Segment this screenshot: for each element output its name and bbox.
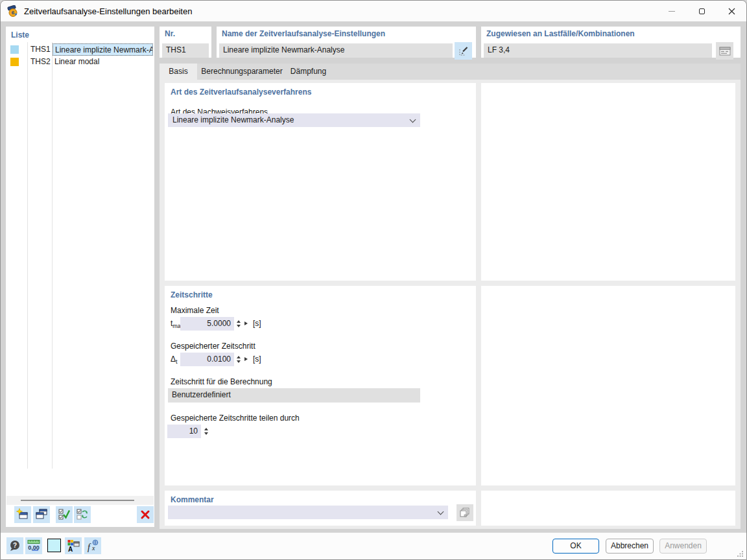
item-color-swatch	[10, 45, 19, 54]
nr-panel: Nr. THS1	[160, 27, 211, 58]
calc-step-field: Benutzerdefiniert	[168, 388, 420, 402]
invert-selection-button[interactable]	[74, 506, 91, 523]
svg-text:x: x	[91, 544, 95, 552]
close-button[interactable]	[717, 1, 746, 21]
formula-button[interactable]: f x	[84, 537, 101, 554]
name-panel: Name der Zeitverlaufsanalyse-Einstellung…	[217, 27, 476, 58]
saved-step-detail-arrow[interactable]	[244, 357, 248, 361]
help-button[interactable]: ?	[6, 537, 23, 554]
max-time-spinner[interactable]	[235, 317, 241, 331]
list-item-ths2[interactable]: THS2 Linear modal	[6, 56, 154, 68]
window-title: Zeitverlaufsanalyse-Einstellungen bearbe…	[24, 6, 192, 16]
copy-pages-icon	[459, 507, 471, 519]
chevron-down-icon	[438, 509, 444, 515]
form-icon	[719, 47, 731, 56]
timesteps-section: Zeitschritte Maximale Zeit tmax 5.0000 […	[165, 286, 476, 485]
max-time-label: Maximale Zeit	[171, 306, 219, 315]
comment-combobox[interactable]	[168, 506, 448, 519]
tabstrip: Basis Berechnungsparameter Dämpfung	[160, 64, 741, 80]
timesteps-section-title: Zeitschritte	[171, 290, 213, 299]
column-separator	[27, 42, 28, 469]
tab-content-basis: Art des Zeitverlaufsanalyseverfahrens Ar…	[160, 80, 741, 529]
method-section-title: Art des Zeitverlaufsanalyseverfahrens	[171, 88, 311, 97]
comment-copy-button[interactable]	[456, 504, 473, 521]
method-dropdown[interactable]: Lineare implizite Newmark-Analyse	[168, 113, 420, 127]
select-all-icon	[58, 508, 71, 521]
saved-step-unit: [s]	[253, 355, 261, 364]
tab-daempfung[interactable]: Dämpfung	[287, 64, 330, 80]
divide-label: Gespeicherte Zeitschritte teilen durch	[171, 414, 300, 423]
apply-button[interactable]: Anwenden	[659, 539, 707, 554]
saved-step-spinner[interactable]	[235, 353, 241, 366]
maximize-icon	[699, 8, 705, 14]
copy-icon	[35, 508, 48, 521]
max-time-detail-arrow[interactable]	[244, 321, 248, 325]
method-dropdown-value: Lineare implizite Newmark-Analyse	[172, 115, 294, 124]
fx-icon: f x	[86, 539, 99, 552]
display-properties-button[interactable]: A	[65, 537, 82, 554]
units-settings-button[interactable]: 0,00	[25, 537, 42, 554]
maximize-button[interactable]	[687, 1, 717, 21]
max-time-unit: [s]	[253, 319, 261, 328]
color-swatch-button[interactable]	[47, 539, 61, 552]
dialog-window: 6 Zeitverlaufsanalyse-Einstellungen bear…	[0, 0, 747, 560]
list-item-ths1[interactable]: THS1 Lineare implizite Newmark-Analyse	[6, 43, 154, 56]
edit-name-button[interactable]	[455, 42, 472, 60]
saved-step-label: Gespeicherter Zeitschritt	[171, 342, 255, 351]
scrollbar-thumb[interactable]	[21, 500, 134, 501]
divide-input[interactable]: 10	[167, 425, 201, 438]
nr-field: THS1	[162, 43, 209, 58]
list-panel: Liste THS1 Lineare implizite Newmark-Ana…	[6, 27, 154, 527]
tab-berechnungsparameter[interactable]: Berechnungsparameter	[197, 64, 287, 80]
app-icon: 6	[7, 5, 19, 17]
bottom-bar: ? 0,00 A	[1, 532, 746, 559]
list-header: Liste	[11, 30, 29, 40]
calc-step-label: Zeitschritt für die Berechnung	[171, 377, 272, 386]
cancel-button[interactable]: Abbrechen	[606, 539, 654, 554]
new-icon	[16, 508, 29, 521]
display-properties-icon: A	[67, 539, 80, 552]
svg-text:f: f	[88, 542, 91, 552]
minimize-icon	[669, 11, 675, 12]
nr-label: Nr.	[165, 29, 175, 38]
horizontal-scrollbar[interactable]	[6, 496, 154, 505]
minimize-button[interactable]	[657, 1, 687, 21]
name-field: Lineare implizite Newmark-Analyse	[219, 43, 453, 58]
saved-step-input[interactable]: 0.0100	[180, 353, 234, 366]
delete-icon	[140, 509, 150, 520]
units-icon: 0,00	[27, 539, 40, 552]
resize-grip[interactable]	[737, 550, 744, 557]
comment-section-title: Kommentar	[171, 495, 214, 504]
empty-panel-bottom	[481, 491, 735, 526]
max-time-input[interactable]: 5.0000	[180, 317, 234, 331]
item-id: THS1	[30, 45, 51, 54]
svg-text:?: ?	[13, 542, 17, 549]
svg-text:A: A	[68, 546, 73, 553]
ok-button[interactable]: OK	[552, 539, 599, 554]
list-toolbar	[6, 506, 154, 526]
copy-item-button[interactable]	[33, 506, 50, 523]
item-name: Linear modal	[53, 56, 153, 68]
name-label: Name der Zeitverlaufsanalyse-Einstellung…	[222, 29, 385, 38]
delete-item-button[interactable]	[137, 506, 154, 523]
assigned-field: LF 3,4	[484, 43, 712, 58]
chevron-down-icon	[410, 117, 416, 123]
divide-spinner[interactable]	[203, 425, 209, 438]
item-name: Lineare implizite Newmark-Analyse	[53, 43, 153, 56]
comment-section: Kommentar	[165, 491, 476, 526]
column-separator	[52, 42, 53, 469]
svg-text:6: 6	[12, 10, 15, 16]
new-item-button[interactable]	[14, 506, 31, 523]
invert-selection-icon	[76, 508, 89, 521]
close-icon	[728, 8, 735, 15]
method-section: Art des Zeitverlaufsanalyseverfahrens Ar…	[165, 83, 476, 281]
empty-panel-middle	[481, 286, 735, 485]
item-id: THS2	[30, 57, 51, 66]
svg-text:0,00: 0,00	[28, 544, 40, 551]
select-all-button[interactable]	[56, 506, 73, 523]
tab-basis[interactable]: Basis	[160, 64, 197, 80]
settings-list: THS1 Lineare implizite Newmark-Analyse T…	[6, 42, 154, 469]
assigned-select-button[interactable]	[716, 42, 733, 60]
assigned-label: Zugewiesen an Lastfälle/Kombinationen	[486, 29, 635, 38]
help-icon: ?	[9, 540, 21, 552]
